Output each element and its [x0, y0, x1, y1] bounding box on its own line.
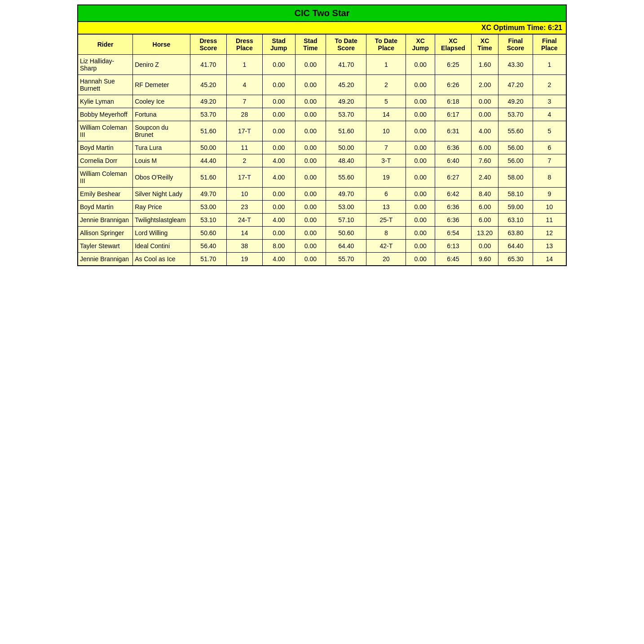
cell-r1-c5: 0.00: [295, 75, 326, 95]
cell-r4-c4: 0.00: [262, 121, 295, 141]
cell-r4-c12: 5: [533, 121, 566, 141]
title-row: CIC Two Star: [78, 5, 566, 22]
cell-r2-c8: 0.00: [406, 95, 435, 108]
col-header-xc-time: XC Time: [471, 34, 498, 55]
cell-r5-c1: Tura Lura: [133, 141, 190, 154]
cell-r7-c0: William Coleman III: [78, 167, 133, 188]
cell-r7-c2: 51.60: [190, 167, 226, 188]
cell-r1-c2: 45.20: [190, 75, 226, 95]
cell-r2-c4: 0.00: [262, 95, 295, 108]
cell-r1-c0: Hannah Sue Burnett: [78, 75, 133, 95]
col-header-final-score: Final Score: [498, 34, 533, 55]
cell-r6-c12: 7: [533, 154, 566, 167]
cell-r9-c4: 0.00: [262, 201, 295, 214]
cell-r13-c12: 14: [533, 253, 566, 266]
cell-r5-c9: 6:36: [435, 141, 471, 154]
cell-r12-c1: Ideal Contini: [133, 240, 190, 253]
col-header-final-place: Final Place: [533, 34, 566, 55]
cell-r0-c10: 1.60: [471, 55, 498, 75]
cell-r7-c10: 2.40: [471, 167, 498, 188]
cell-r2-c12: 3: [533, 95, 566, 108]
cell-r4-c5: 0.00: [295, 121, 326, 141]
cell-r8-c6: 49.70: [326, 188, 366, 201]
cell-r2-c7: 5: [366, 95, 406, 108]
cell-r12-c8: 0.00: [406, 240, 435, 253]
col-header-to-date-place: To Date Place: [366, 34, 406, 55]
cell-r8-c2: 49.70: [190, 188, 226, 201]
cell-r13-c5: 0.00: [295, 253, 326, 266]
cell-r10-c3: 24-T: [227, 214, 263, 227]
cell-r11-c10: 13.20: [471, 227, 498, 240]
cell-r10-c11: 63.10: [498, 214, 533, 227]
cell-r0-c7: 1: [366, 55, 406, 75]
cell-r9-c10: 6.00: [471, 201, 498, 214]
cell-r10-c0: Jennie Brannigan: [78, 214, 133, 227]
cell-r10-c4: 4.00: [262, 214, 295, 227]
cell-r1-c6: 45.20: [326, 75, 366, 95]
cell-r10-c12: 11: [533, 214, 566, 227]
cell-r8-c5: 0.00: [295, 188, 326, 201]
cell-r13-c1: As Cool as Ice: [133, 253, 190, 266]
cell-r8-c4: 0.00: [262, 188, 295, 201]
table-row: Jennie BranniganAs Cool as Ice51.70194.0…: [78, 253, 566, 266]
cell-r6-c11: 56.00: [498, 154, 533, 167]
table-row: William Coleman IIISoupcon du Brunet51.6…: [78, 121, 566, 141]
cell-r3-c0: Bobby Meyerhoff: [78, 108, 133, 121]
cell-r4-c6: 51.60: [326, 121, 366, 141]
table-subtitle: XC Optimum Time: 6:21: [78, 22, 566, 34]
cell-r2-c11: 49.20: [498, 95, 533, 108]
table-row: William Coleman IIIObos O'Reilly51.6017-…: [78, 167, 566, 188]
cell-r13-c9: 6:45: [435, 253, 471, 266]
cell-r12-c2: 56.40: [190, 240, 226, 253]
cell-r3-c6: 53.70: [326, 108, 366, 121]
cell-r2-c3: 7: [227, 95, 263, 108]
cell-r12-c0: Tayler Stewart: [78, 240, 133, 253]
cell-r10-c1: Twilightslastgleam: [133, 214, 190, 227]
cell-r7-c5: 0.00: [295, 167, 326, 188]
cell-r12-c10: 0.00: [471, 240, 498, 253]
cell-r5-c12: 6: [533, 141, 566, 154]
cell-r5-c2: 50.00: [190, 141, 226, 154]
cell-r6-c4: 4.00: [262, 154, 295, 167]
cell-r2-c1: Cooley Ice: [133, 95, 190, 108]
cell-r2-c5: 0.00: [295, 95, 326, 108]
cell-r10-c9: 6:36: [435, 214, 471, 227]
cell-r0-c1: Deniro Z: [133, 55, 190, 75]
cell-r9-c7: 13: [366, 201, 406, 214]
cell-r9-c6: 53.00: [326, 201, 366, 214]
cell-r7-c7: 19: [366, 167, 406, 188]
cell-r2-c9: 6:18: [435, 95, 471, 108]
cell-r1-c3: 4: [227, 75, 263, 95]
cell-r8-c0: Emily Beshear: [78, 188, 133, 201]
cell-r7-c8: 0.00: [406, 167, 435, 188]
cell-r9-c11: 59.00: [498, 201, 533, 214]
cell-r3-c9: 6:17: [435, 108, 471, 121]
cell-r11-c8: 0.00: [406, 227, 435, 240]
col-header-to-date-score: To Date Score: [326, 34, 366, 55]
cell-r6-c2: 44.40: [190, 154, 226, 167]
cell-r11-c12: 12: [533, 227, 566, 240]
cell-r4-c2: 51.60: [190, 121, 226, 141]
cell-r6-c10: 7.60: [471, 154, 498, 167]
cell-r4-c7: 10: [366, 121, 406, 141]
cell-r3-c10: 0.00: [471, 108, 498, 121]
cell-r8-c10: 8.40: [471, 188, 498, 201]
table-row: Cornelia DorrLouis M44.4024.000.0048.403…: [78, 154, 566, 167]
cell-r11-c7: 8: [366, 227, 406, 240]
col-header-rider: Rider: [78, 34, 133, 55]
cell-r13-c6: 55.70: [326, 253, 366, 266]
cell-r5-c0: Boyd Martin: [78, 141, 133, 154]
cell-r4-c9: 6:31: [435, 121, 471, 141]
cell-r0-c4: 0.00: [262, 55, 295, 75]
cell-r3-c7: 14: [366, 108, 406, 121]
cell-r7-c4: 4.00: [262, 167, 295, 188]
cell-r4-c11: 55.60: [498, 121, 533, 141]
cell-r1-c4: 0.00: [262, 75, 295, 95]
header-row: Rider Horse Dress Score Dress Place Stad…: [78, 34, 566, 55]
cell-r10-c7: 25-T: [366, 214, 406, 227]
cell-r3-c1: Fortuna: [133, 108, 190, 121]
cell-r0-c5: 0.00: [295, 55, 326, 75]
cell-r13-c10: 9.60: [471, 253, 498, 266]
cell-r11-c6: 50.60: [326, 227, 366, 240]
cell-r1-c12: 2: [533, 75, 566, 95]
